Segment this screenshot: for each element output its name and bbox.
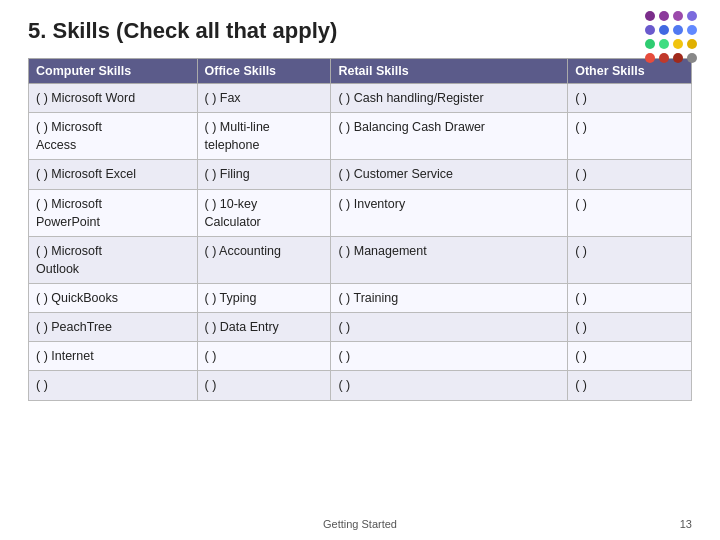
table-cell: ( ) Microsoft Outlook [29, 236, 198, 283]
table-row: ( ) Microsoft Outlook( ) Accounting( ) M… [29, 236, 692, 283]
table-cell: ( ) [568, 113, 692, 160]
table-cell: ( ) Balancing Cash Drawer [331, 113, 568, 160]
svg-point-12 [645, 53, 655, 63]
page-title: 5. Skills (Check all that apply) [28, 18, 692, 44]
svg-point-3 [687, 11, 697, 21]
table-cell: ( ) [197, 342, 331, 371]
col-header-retail: Retail Skills [331, 59, 568, 84]
table-cell: ( ) [568, 84, 692, 113]
col-header-computer: Computer Skills [29, 59, 198, 84]
table-cell: ( ) Microsoft Access [29, 113, 198, 160]
table-cell: ( ) Training [331, 284, 568, 313]
table-cell: ( ) [568, 189, 692, 236]
table-row: ( ) Microsoft Word( ) Fax( ) Cash handli… [29, 84, 692, 113]
table-cell: ( ) Typing [197, 284, 331, 313]
footer-center: Getting Started [0, 518, 720, 530]
table-cell: ( ) 10-key Calculator [197, 189, 331, 236]
table-cell: ( ) Fax [197, 84, 331, 113]
table-cell: ( ) QuickBooks [29, 284, 198, 313]
svg-point-15 [687, 53, 697, 63]
table-cell: ( ) [331, 313, 568, 342]
table-cell: ( ) Cash handling/Register [331, 84, 568, 113]
svg-point-14 [673, 53, 683, 63]
table-cell: ( ) [331, 371, 568, 400]
table-cell: ( ) [568, 313, 692, 342]
svg-point-4 [645, 25, 655, 35]
table-cell: ( ) [568, 236, 692, 283]
svg-point-1 [659, 11, 669, 21]
table-row: ( ) PeachTree( ) Data Entry( )( ) [29, 313, 692, 342]
page: 5. Skills (Check all that apply) Compute… [0, 0, 720, 540]
table-cell: ( ) [568, 284, 692, 313]
svg-point-5 [659, 25, 669, 35]
table-cell: ( ) [197, 371, 331, 400]
table-cell: ( ) [568, 342, 692, 371]
table-row: ( ) Microsoft PowerPoint( ) 10-key Calcu… [29, 189, 692, 236]
table-cell: ( ) [331, 342, 568, 371]
table-cell: ( ) Accounting [197, 236, 331, 283]
table-cell: ( ) Microsoft PowerPoint [29, 189, 198, 236]
table-row: ( ) Internet( )( )( ) [29, 342, 692, 371]
footer-page: 13 [680, 518, 692, 530]
skills-table: Computer Skills Office Skills Retail Ski… [28, 58, 692, 401]
table-row: ( ) Microsoft Excel( ) Filing( ) Custome… [29, 160, 692, 189]
table-cell: ( ) Multi-line telephone [197, 113, 331, 160]
svg-point-13 [659, 53, 669, 63]
table-cell: ( ) Internet [29, 342, 198, 371]
dots-decoration [642, 8, 702, 68]
col-header-office: Office Skills [197, 59, 331, 84]
table-cell: ( ) [568, 160, 692, 189]
table-row: ( ) Microsoft Access( ) Multi-line telep… [29, 113, 692, 160]
svg-point-10 [673, 39, 683, 49]
table-cell: ( ) Microsoft Word [29, 84, 198, 113]
svg-point-6 [673, 25, 683, 35]
table-cell: ( ) Data Entry [197, 313, 331, 342]
svg-point-7 [687, 25, 697, 35]
table-cell: ( ) [29, 371, 198, 400]
svg-point-0 [645, 11, 655, 21]
svg-point-2 [673, 11, 683, 21]
table-cell: ( ) Management [331, 236, 568, 283]
table-cell: ( ) Microsoft Excel [29, 160, 198, 189]
table-row: ( )( )( )( ) [29, 371, 692, 400]
table-cell: ( ) Customer Service [331, 160, 568, 189]
table-cell: ( ) Inventory [331, 189, 568, 236]
table-cell: ( ) PeachTree [29, 313, 198, 342]
svg-point-9 [659, 39, 669, 49]
table-cell: ( ) Filing [197, 160, 331, 189]
svg-point-8 [645, 39, 655, 49]
svg-point-11 [687, 39, 697, 49]
table-cell: ( ) [568, 371, 692, 400]
table-row: ( ) QuickBooks( ) Typing( ) Training( ) [29, 284, 692, 313]
